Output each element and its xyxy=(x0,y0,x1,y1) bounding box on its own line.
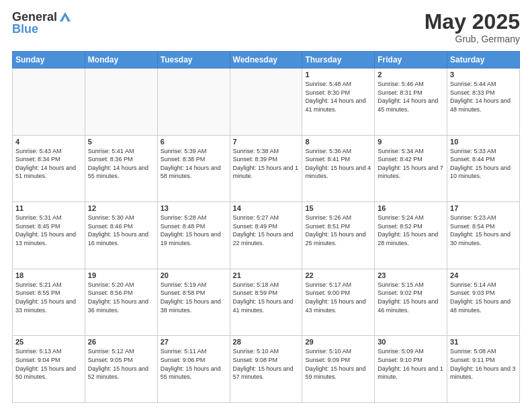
table-row: 25Sunrise: 5:13 AM Sunset: 9:04 PM Dayli… xyxy=(13,336,85,403)
day-number: 30 xyxy=(378,338,444,346)
table-row: 7Sunrise: 5:38 AM Sunset: 8:39 PM Daylig… xyxy=(230,135,302,202)
day-info: Sunrise: 5:10 AM Sunset: 9:09 PM Dayligh… xyxy=(305,347,371,381)
title-section: May 2025 Grub, Germany xyxy=(425,11,520,44)
table-row: 4Sunrise: 5:43 AM Sunset: 8:34 PM Daylig… xyxy=(13,135,85,202)
day-info: Sunrise: 5:20 AM Sunset: 8:56 PM Dayligh… xyxy=(88,281,154,314)
table-row: 29Sunrise: 5:10 AM Sunset: 9:09 PM Dayli… xyxy=(302,336,375,403)
table-row: 13Sunrise: 5:28 AM Sunset: 8:48 PM Dayli… xyxy=(157,202,230,269)
table-row: 21Sunrise: 5:18 AM Sunset: 8:59 PM Dayli… xyxy=(230,269,302,336)
table-row: 26Sunrise: 5:12 AM Sunset: 9:05 PM Dayli… xyxy=(85,336,157,403)
day-number: 6 xyxy=(161,138,227,146)
day-info: Sunrise: 5:38 AM Sunset: 8:39 PM Dayligh… xyxy=(233,147,300,181)
col-saturday: Saturday xyxy=(447,52,520,68)
day-info: Sunrise: 5:31 AM Sunset: 8:45 PM Dayligh… xyxy=(15,214,82,247)
day-info: Sunrise: 5:36 AM Sunset: 8:41 PM Dayligh… xyxy=(305,147,371,181)
table-row: 24Sunrise: 5:14 AM Sunset: 9:03 PM Dayli… xyxy=(447,269,520,336)
day-number: 31 xyxy=(450,338,517,346)
day-info: Sunrise: 5:28 AM Sunset: 8:48 PM Dayligh… xyxy=(161,214,227,247)
table-row: 2Sunrise: 5:46 AM Sunset: 8:31 PM Daylig… xyxy=(375,68,447,136)
day-number: 26 xyxy=(88,338,154,346)
table-row: 5Sunrise: 5:41 AM Sunset: 8:36 PM Daylig… xyxy=(85,135,157,202)
day-number: 21 xyxy=(233,271,300,279)
table-row: 8Sunrise: 5:36 AM Sunset: 8:41 PM Daylig… xyxy=(302,135,375,202)
day-number: 19 xyxy=(88,271,154,279)
table-row: 17Sunrise: 5:23 AM Sunset: 8:54 PM Dayli… xyxy=(447,202,520,269)
table-row: 3Sunrise: 5:44 AM Sunset: 8:33 PM Daylig… xyxy=(447,68,520,136)
table-row: 27Sunrise: 5:11 AM Sunset: 9:06 PM Dayli… xyxy=(157,336,230,403)
table-row: 28Sunrise: 5:10 AM Sunset: 9:08 PM Dayli… xyxy=(230,336,302,403)
day-info: Sunrise: 5:18 AM Sunset: 8:59 PM Dayligh… xyxy=(233,281,300,314)
table-row: 11Sunrise: 5:31 AM Sunset: 8:45 PM Dayli… xyxy=(13,202,85,269)
col-tuesday: Tuesday xyxy=(157,52,230,68)
day-number: 27 xyxy=(161,338,227,346)
day-number: 22 xyxy=(305,271,371,279)
calendar-header-row: Sunday Monday Tuesday Wednesday Thursday… xyxy=(13,52,520,68)
day-info: Sunrise: 5:23 AM Sunset: 8:54 PM Dayligh… xyxy=(450,214,517,247)
col-friday: Friday xyxy=(375,52,447,68)
col-wednesday: Wednesday xyxy=(230,52,302,68)
day-info: Sunrise: 5:19 AM Sunset: 8:58 PM Dayligh… xyxy=(161,281,227,314)
table-row xyxy=(13,68,85,136)
table-row: 22Sunrise: 5:17 AM Sunset: 9:00 PM Dayli… xyxy=(302,269,375,336)
day-number: 20 xyxy=(161,271,227,279)
day-info: Sunrise: 5:08 AM Sunset: 9:11 PM Dayligh… xyxy=(450,347,517,381)
day-info: Sunrise: 5:39 AM Sunset: 8:38 PM Dayligh… xyxy=(161,147,227,181)
calendar-week-5: 25Sunrise: 5:13 AM Sunset: 9:04 PM Dayli… xyxy=(13,336,520,403)
day-info: Sunrise: 5:34 AM Sunset: 8:42 PM Dayligh… xyxy=(378,147,444,181)
table-row: 19Sunrise: 5:20 AM Sunset: 8:56 PM Dayli… xyxy=(85,269,157,336)
table-row: 14Sunrise: 5:27 AM Sunset: 8:49 PM Dayli… xyxy=(230,202,302,269)
day-number: 17 xyxy=(450,204,517,212)
day-number: 13 xyxy=(161,204,227,212)
day-number: 25 xyxy=(15,338,82,346)
day-number: 1 xyxy=(305,71,371,79)
day-info: Sunrise: 5:43 AM Sunset: 8:34 PM Dayligh… xyxy=(15,147,82,181)
table-row: 1Sunrise: 5:48 AM Sunset: 8:30 PM Daylig… xyxy=(302,68,375,136)
day-number: 3 xyxy=(450,71,517,79)
logo-icon xyxy=(58,11,72,23)
logo-blue: Blue xyxy=(12,23,72,35)
title-location: Grub, Germany xyxy=(425,34,520,44)
table-row: 9Sunrise: 5:34 AM Sunset: 8:42 PM Daylig… xyxy=(375,135,447,202)
table-row xyxy=(230,68,302,136)
day-info: Sunrise: 5:46 AM Sunset: 8:31 PM Dayligh… xyxy=(378,80,444,113)
day-number: 5 xyxy=(88,138,154,146)
day-info: Sunrise: 5:24 AM Sunset: 8:52 PM Dayligh… xyxy=(378,214,444,247)
day-number: 4 xyxy=(15,138,82,146)
day-number: 2 xyxy=(378,71,444,79)
table-row: 15Sunrise: 5:26 AM Sunset: 8:51 PM Dayli… xyxy=(302,202,375,269)
day-number: 11 xyxy=(15,204,82,212)
day-info: Sunrise: 5:27 AM Sunset: 8:49 PM Dayligh… xyxy=(233,214,300,247)
day-info: Sunrise: 5:12 AM Sunset: 9:05 PM Dayligh… xyxy=(88,347,154,381)
table-row: 23Sunrise: 5:15 AM Sunset: 9:02 PM Dayli… xyxy=(375,269,447,336)
title-month: May 2025 xyxy=(425,11,520,32)
day-number: 14 xyxy=(233,204,300,212)
day-number: 7 xyxy=(233,138,300,146)
day-number: 12 xyxy=(88,204,154,212)
col-sunday: Sunday xyxy=(13,52,85,68)
day-info: Sunrise: 5:11 AM Sunset: 9:06 PM Dayligh… xyxy=(161,347,227,381)
table-row: 30Sunrise: 5:09 AM Sunset: 9:10 PM Dayli… xyxy=(375,336,447,403)
logo: General Blue xyxy=(12,11,72,35)
day-info: Sunrise: 5:15 AM Sunset: 9:02 PM Dayligh… xyxy=(378,281,444,314)
day-number: 15 xyxy=(305,204,371,212)
day-info: Sunrise: 5:48 AM Sunset: 8:30 PM Dayligh… xyxy=(305,80,371,113)
day-info: Sunrise: 5:21 AM Sunset: 8:55 PM Dayligh… xyxy=(15,281,82,314)
day-info: Sunrise: 5:26 AM Sunset: 8:51 PM Dayligh… xyxy=(305,214,371,247)
day-number: 16 xyxy=(378,204,444,212)
table-row: 10Sunrise: 5:33 AM Sunset: 8:44 PM Dayli… xyxy=(447,135,520,202)
day-number: 10 xyxy=(450,138,517,146)
table-row: 31Sunrise: 5:08 AM Sunset: 9:11 PM Dayli… xyxy=(447,336,520,403)
day-info: Sunrise: 5:30 AM Sunset: 8:46 PM Dayligh… xyxy=(88,214,154,247)
day-number: 29 xyxy=(305,338,371,346)
day-info: Sunrise: 5:33 AM Sunset: 8:44 PM Dayligh… xyxy=(450,147,517,181)
calendar-week-3: 11Sunrise: 5:31 AM Sunset: 8:45 PM Dayli… xyxy=(13,202,520,269)
day-info: Sunrise: 5:10 AM Sunset: 9:08 PM Dayligh… xyxy=(233,347,300,381)
col-thursday: Thursday xyxy=(302,52,375,68)
day-number: 24 xyxy=(450,271,517,279)
day-number: 23 xyxy=(378,271,444,279)
table-row: 20Sunrise: 5:19 AM Sunset: 8:58 PM Dayli… xyxy=(157,269,230,336)
table-row xyxy=(85,68,157,136)
day-number: 18 xyxy=(15,271,82,279)
day-number: 9 xyxy=(378,138,444,146)
header: General Blue May 2025 Grub, Germany xyxy=(12,11,520,44)
